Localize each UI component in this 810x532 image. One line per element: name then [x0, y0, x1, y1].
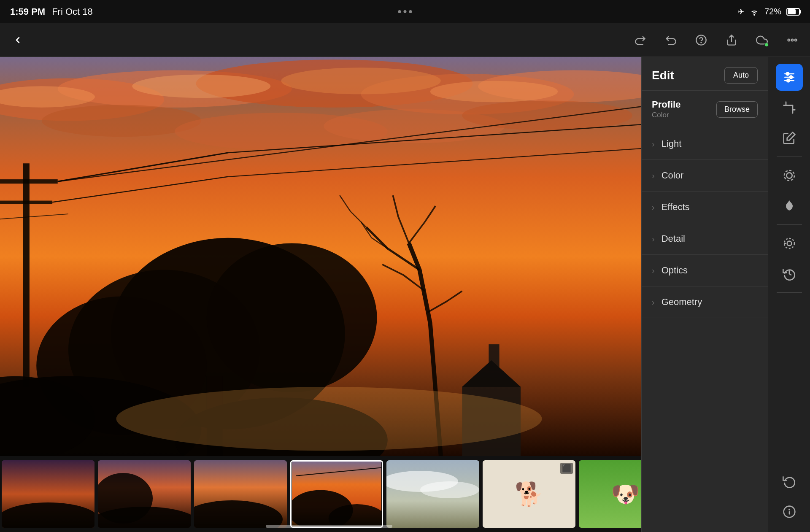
thumb-preview-4 — [292, 462, 382, 527]
help-button[interactable] — [692, 31, 710, 49]
undo-button[interactable] — [662, 31, 680, 49]
status-right: ✈ 72% — [738, 7, 800, 16]
dot1 — [398, 10, 401, 13]
effects-section[interactable]: › Effects — [642, 192, 768, 223]
detail-label: Detail — [662, 233, 685, 244]
svg-point-19 — [430, 81, 558, 102]
svg-rect-20 — [23, 163, 30, 387]
svg-rect-22 — [0, 201, 52, 204]
icon-separator-1 — [777, 157, 802, 157]
svg-point-65 — [786, 173, 792, 178]
tone-curve-button[interactable] — [776, 192, 803, 219]
chevron-light-icon: › — [652, 139, 655, 149]
effects-label: Effects — [662, 202, 690, 213]
svg-point-64 — [784, 170, 794, 181]
edit-header: Edit Auto — [642, 57, 768, 91]
detail-section[interactable]: › Detail — [642, 223, 768, 255]
history-button[interactable] — [776, 260, 803, 287]
photo-overlay-svg — [0, 57, 658, 456]
edit-panel: Edit Auto Profile Color Browse › Light ›… — [641, 57, 768, 532]
svg-point-18 — [281, 68, 440, 94]
selective-color-button[interactable] — [776, 230, 803, 257]
detail-row[interactable]: › Detail — [642, 223, 768, 254]
cloud-sync-indicator — [764, 43, 769, 47]
thumbnail-5[interactable] — [386, 460, 479, 528]
crop-button[interactable] — [776, 94, 803, 121]
dot3 — [409, 10, 412, 13]
thumbnail-6[interactable]: 🐕 ⬛ — [483, 460, 575, 528]
profile-sublabel: Color — [652, 111, 680, 119]
optics-section[interactable]: › Optics — [642, 255, 768, 286]
dot2 — [404, 10, 407, 13]
geometry-row[interactable]: › Geometry — [642, 286, 768, 318]
profile-info: Profile Color — [652, 99, 680, 119]
thumb-preview-5 — [386, 460, 479, 528]
info-button[interactable] — [776, 498, 803, 525]
chevron-optics-icon: › — [652, 266, 655, 275]
thumb-preview-2 — [98, 460, 191, 528]
svg-point-4 — [791, 39, 794, 41]
toolbar — [0, 23, 810, 57]
chevron-detail-icon: › — [652, 234, 655, 244]
chevron-color-icon: › — [652, 171, 655, 181]
light-label: Light — [662, 138, 682, 149]
status-center-dots — [398, 10, 412, 13]
status-date: Fri Oct 18 — [52, 6, 93, 17]
color-section[interactable]: › Color — [642, 160, 768, 192]
edit-title: Edit — [652, 69, 674, 82]
svg-point-58 — [786, 73, 789, 76]
optics-row[interactable]: › Optics — [642, 255, 768, 286]
thumbnail-2[interactable] — [98, 460, 191, 528]
color-row[interactable]: › Color — [642, 160, 768, 191]
thumb-preview-3 — [194, 460, 287, 528]
geometry-label: Geometry — [662, 297, 702, 308]
redo-button[interactable] — [631, 31, 650, 49]
thumbnail-3[interactable] — [194, 460, 287, 528]
adjustments-button[interactable] — [776, 64, 803, 91]
svg-rect-21 — [0, 179, 58, 184]
effects-row[interactable]: › Effects — [642, 192, 768, 223]
film-strip-icon-6: ⬛ — [560, 463, 573, 474]
wifi-icon — [749, 8, 759, 16]
svg-line-70 — [789, 274, 791, 275]
light-row[interactable]: › Light — [642, 128, 768, 159]
toolbar-right — [631, 31, 802, 49]
icon-separator-2 — [777, 224, 802, 225]
auto-button[interactable]: Auto — [724, 67, 758, 84]
icon-separator-3 — [777, 292, 802, 293]
masking-button[interactable] — [776, 162, 803, 189]
home-indicator — [266, 525, 392, 528]
light-section[interactable]: › Light — [642, 128, 768, 160]
share-button[interactable] — [722, 31, 741, 49]
sunset-photo — [0, 57, 658, 456]
svg-point-17 — [132, 75, 270, 98]
svg-point-3 — [788, 39, 790, 41]
profile-section: Profile Color Browse — [642, 91, 768, 128]
heal-button[interactable] — [776, 124, 803, 151]
optics-label: Optics — [662, 265, 688, 276]
more-options-button[interactable] — [783, 31, 802, 49]
thumb-preview-1 — [2, 460, 94, 528]
status-bar: 1:59 PM Fri Oct 18 ✈ 72% — [0, 0, 810, 23]
svg-point-60 — [787, 79, 790, 82]
chevron-effects-icon: › — [652, 203, 655, 212]
back-button[interactable] — [8, 31, 27, 49]
svg-point-54 — [420, 481, 479, 498]
geometry-section[interactable]: › Geometry — [642, 286, 768, 318]
cloud-button[interactable] — [753, 31, 771, 49]
thumbnail-4-active[interactable] — [290, 460, 383, 528]
color-label: Color — [662, 170, 684, 181]
svg-point-59 — [789, 76, 792, 79]
battery-percentage: 72% — [764, 7, 781, 16]
photo-display[interactable] — [0, 57, 658, 456]
svg-point-40 — [116, 387, 542, 451]
airplane-icon: ✈ — [738, 7, 744, 16]
battery-fill — [788, 9, 796, 14]
bottom-undo-button[interactable] — [776, 468, 803, 495]
browse-button[interactable]: Browse — [716, 101, 758, 118]
battery-icon — [786, 8, 800, 16]
svg-point-66 — [787, 241, 791, 246]
svg-point-33 — [207, 243, 377, 392]
thumbnail-1[interactable] — [2, 460, 94, 528]
status-time: 1:59 PM — [10, 6, 45, 17]
